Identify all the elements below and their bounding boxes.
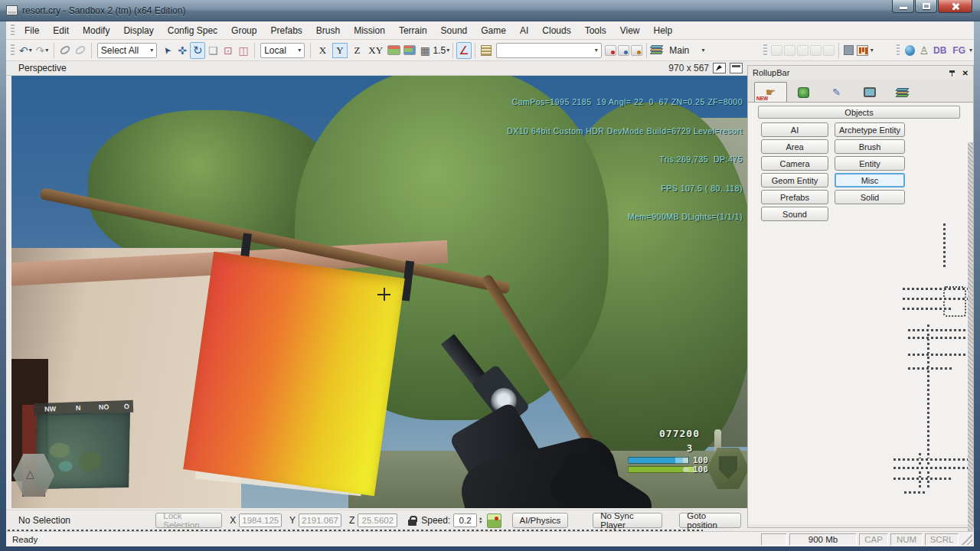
database-view-button[interactable]: DB: [933, 45, 946, 56]
tool-icon-1[interactable]: [771, 45, 782, 56]
menu-group[interactable]: Group: [224, 23, 263, 38]
grid-snap-button[interactable]: ▦: [417, 42, 433, 59]
named-selection-icon[interactable]: [481, 45, 492, 56]
object-btn-camera[interactable]: Camera: [761, 156, 828, 171]
titlebar[interactable]: resort.cry - Sandbox 2 (tm) (x64 Edition…: [0, 0, 980, 21]
axis-xy-button[interactable]: XY: [367, 43, 385, 58]
lock-axis-icon[interactable]: [408, 516, 416, 526]
resize-grip[interactable]: [962, 534, 972, 545]
menu-mission[interactable]: Mission: [347, 23, 392, 38]
menu-view[interactable]: View: [613, 23, 647, 38]
object-btn-brush[interactable]: Brush: [835, 139, 905, 154]
menu-terrain[interactable]: Terrain: [392, 23, 434, 38]
object-btn-ai[interactable]: AI: [761, 122, 828, 137]
tab-objects[interactable]: ☛ NEW: [754, 82, 787, 102]
layer-dropdown[interactable]: Main▾: [666, 43, 707, 58]
toolbar-gripper-2[interactable]: [763, 44, 767, 57]
speed-field[interactable]: 0.2: [453, 514, 477, 527]
axis-x-button[interactable]: X: [315, 43, 331, 58]
import-set-icon[interactable]: [631, 45, 642, 56]
select-object-tool[interactable]: ⊡: [220, 42, 236, 59]
export-set-icon[interactable]: [618, 45, 629, 56]
object-btn-misc[interactable]: Misc: [835, 173, 905, 187]
menu-help[interactable]: Help: [646, 23, 679, 38]
perspective-viewport[interactable]: CamPos=1995 2185 19 Angl= 22 0 67 ZN=0.2…: [11, 76, 747, 508]
rotate-tool[interactable]: ↻: [190, 42, 205, 59]
tool-icon-3[interactable]: [797, 45, 808, 56]
goto-position-button[interactable]: Goto position: [679, 513, 741, 528]
scale-tool[interactable]: ❏: [205, 42, 220, 59]
tool-icon-2[interactable]: [784, 45, 795, 56]
tool-icon-5[interactable]: [823, 45, 835, 56]
angle-snap-button[interactable]: ∠: [456, 42, 472, 59]
object-btn-area[interactable]: Area: [761, 139, 828, 154]
no-sync-player-button[interactable]: No Sync Player: [593, 513, 662, 528]
selection-set-dropdown[interactable]: ▾: [496, 43, 602, 58]
menu-modify[interactable]: Modify: [76, 23, 116, 38]
terrain-collision-button[interactable]: [487, 514, 501, 528]
snap-terrain-icon[interactable]: [403, 45, 416, 55]
rotate-icon: ↻: [193, 44, 203, 57]
lock-selection-button[interactable]: Lock Selection: [155, 513, 222, 528]
pin-icon[interactable]: [949, 69, 956, 77]
rollup-scrollbar[interactable]: [968, 142, 973, 546]
undo-button[interactable]: ↶▾: [18, 42, 34, 59]
object-btn-archetype-entity[interactable]: Archetype Entity: [835, 122, 905, 137]
toolbar-gripper-3[interactable]: [897, 44, 900, 57]
menu-prefabs[interactable]: Prefabs: [263, 23, 309, 38]
object-btn-prefabs[interactable]: Prefabs: [761, 190, 828, 204]
gradient-flag[interactable]: [183, 252, 404, 496]
object-btn-solid[interactable]: Solid: [835, 190, 905, 204]
tab-modelling[interactable]: ✎: [820, 82, 853, 102]
select-region-tool[interactable]: ◫: [236, 42, 251, 59]
character-icon[interactable]: ♙: [919, 44, 929, 57]
tab-terrain[interactable]: [787, 82, 820, 102]
coords-dropdown[interactable]: Local▾: [260, 43, 305, 58]
object-btn-geom-entity[interactable]: Geom Entity: [761, 173, 828, 187]
tab-layers[interactable]: [886, 82, 919, 102]
follow-terrain-icon[interactable]: [387, 45, 400, 55]
axis-z-button[interactable]: Z: [349, 43, 365, 58]
rollupbar-titlebar[interactable]: RollupBar ✕: [748, 66, 973, 80]
maximize-button[interactable]: [915, 0, 937, 13]
close-button[interactable]: [938, 0, 972, 13]
menu-clouds[interactable]: Clouds: [535, 23, 577, 38]
z-coordinate-field[interactable]: 25.5602: [358, 514, 397, 527]
object-btn-sound[interactable]: Sound: [761, 207, 828, 221]
globe-icon[interactable]: [905, 45, 915, 56]
tool-icon-4[interactable]: [810, 45, 822, 56]
unlink-icon[interactable]: [74, 44, 87, 57]
ui-editor-icon[interactable]: [857, 45, 868, 56]
viewport-label[interactable]: Perspective: [6, 63, 67, 73]
menu-brush[interactable]: Brush: [309, 23, 347, 38]
x-coordinate-field[interactable]: 1984.125: [239, 514, 282, 527]
toolbar-gripper[interactable]: [11, 44, 15, 57]
select-all-dropdown[interactable]: Select All▾: [97, 43, 157, 58]
y-coordinate-field[interactable]: 2191.067: [299, 514, 341, 527]
layout-icon[interactable]: [730, 63, 743, 73]
ai-physics-button[interactable]: AI/Physics: [512, 513, 569, 528]
objects-section-header[interactable]: Objects: [758, 106, 960, 119]
tab-display[interactable]: [853, 82, 886, 102]
grid-size-dropdown[interactable]: ▾: [446, 47, 449, 54]
menu-sound[interactable]: Sound: [434, 23, 475, 38]
menu-config-spec[interactable]: Config Spec: [161, 23, 224, 38]
material-icon[interactable]: [844, 45, 854, 55]
menubar-gripper[interactable]: [11, 24, 15, 37]
speed-spinner[interactable]: ▲ ▼: [479, 517, 482, 524]
menu-game[interactable]: Game: [474, 23, 513, 38]
flowgraph-button[interactable]: FG: [952, 45, 965, 56]
pdf-export-icon[interactable]: [713, 63, 726, 73]
menu-display[interactable]: Display: [116, 23, 160, 38]
redo-button[interactable]: ↷▾: [34, 42, 50, 59]
menu-file[interactable]: File: [18, 23, 46, 38]
minimize-button[interactable]: [892, 0, 914, 13]
axis-y-button[interactable]: Y: [332, 43, 348, 58]
menu-ai[interactable]: AI: [513, 23, 535, 38]
delete-set-icon[interactable]: [605, 45, 616, 56]
link-icon[interactable]: [58, 44, 71, 57]
rollupbar-close-icon[interactable]: ✕: [962, 69, 969, 77]
menu-edit[interactable]: Edit: [46, 23, 76, 38]
object-btn-entity[interactable]: Entity: [835, 156, 905, 171]
menu-tools[interactable]: Tools: [578, 23, 613, 38]
